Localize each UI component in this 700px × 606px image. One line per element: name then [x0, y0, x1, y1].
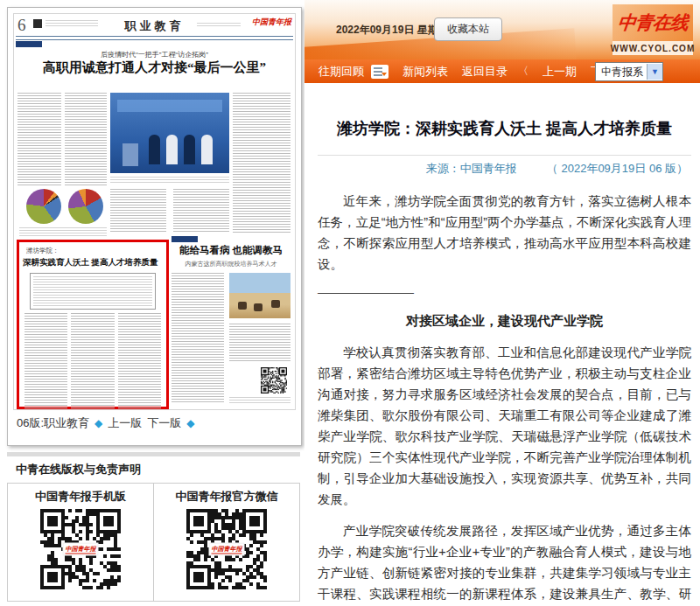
issue-list-icon[interactable] [371, 65, 388, 79]
highlighted-article-label: 潍坊学院： [26, 247, 166, 255]
stage-banner [117, 100, 222, 112]
title-divider [318, 155, 691, 156]
highlighted-article-columns [24, 313, 161, 410]
person-silhouette [184, 135, 195, 164]
intro-box-text [33, 276, 152, 306]
paper-text-column [173, 189, 229, 233]
section-badge [16, 41, 42, 47]
paper-text-column [18, 93, 61, 185]
qr-section: 中国青年报手机版 中国青年报 中国青年报官方微信 中国青年报 [7, 483, 300, 602]
person-silhouette [201, 135, 213, 164]
next-diamond-icon: ◆ [186, 417, 194, 429]
masthead-rule [16, 36, 293, 40]
qr-cell-mobile: 中国青年报手机版 中国青年报 [8, 484, 154, 601]
issue-info-link[interactable]: （ 2022年09月19日 06 版） [547, 161, 688, 177]
newspaper-column: 6 职业教育 中国青年报 后疫情时代“一把手”工程“访企拓岗” 高职用诚意打通人… [0, 0, 304, 606]
pie-chart-left [26, 189, 61, 224]
site-header: 2022年09月19日 星期一 收藏本站 中青在线 WWW.CYOL.COM [304, 0, 700, 59]
paragraph: 近年来，潍坊学院全面贯彻党的教育方针，落实立德树人根本任务，立足“地方性”和“应… [318, 191, 691, 275]
issue-nav-bar: 往期回顾 新闻列表 返回目录 〈 上一期 下一期 〉 中青报系 ▼ [304, 59, 700, 83]
person-silhouette [149, 135, 160, 164]
pie-caption [19, 227, 107, 236]
highlighted-article-title: 深耕实践育人沃土 提高人才培养质量 [23, 257, 163, 268]
stage-photo [110, 93, 229, 173]
paper-headline: 高职用诚意打通人才对接“最后一公里” [14, 59, 295, 76]
section-heading-1: 对接区域企业，建设现代产业学院 [318, 313, 691, 330]
horse-silhouette [254, 303, 262, 311]
stage-podium [122, 143, 138, 166]
prev-page-link[interactable]: 上一版 [108, 415, 142, 431]
horse-silhouette [271, 300, 280, 308]
nav-back-to-catalog[interactable]: 返回目录 [462, 64, 508, 80]
logo-calligraphy: 中青在线 [617, 10, 690, 35]
paragraph: 学校认真贯彻落实教育部、工业和信息化部建设现代产业学院部署，紧密结合潍坊区域主导… [318, 342, 691, 510]
source-line: 来源：中国青年报 （ 2022年09月19日 06 版） [318, 161, 691, 177]
qr-code-wechat: 中国青年报 [186, 509, 267, 589]
header-date: 2022年09月19日 星期一 [336, 23, 449, 38]
nav-news-list[interactable]: 新闻列表 [402, 64, 448, 80]
photo-caption [110, 177, 229, 184]
newspaper-page-card: 6 职业教育 中国青年报 后疫情时代“一把手”工程“访企拓岗” 高职用诚意打通人… [7, 7, 302, 446]
dash-divider: ————————— [318, 285, 691, 299]
paper-text-column [229, 324, 290, 362]
paper-text-column [233, 93, 290, 233]
qr-code-mobile: 中国青年报 [40, 509, 121, 589]
article-title: 潍坊学院：深耕实践育人沃土 提高人才培养质量 [337, 118, 691, 139]
paragraph: 产业学院突破传统发展路径，发挥区域产业优势，通过多主体办学，构建实施“行业+企业… [318, 520, 691, 606]
paper-text-column [65, 93, 107, 185]
newspaper-page-image[interactable]: 6 职业教育 中国青年报 后疫情时代“一把手”工程“访企拓岗” 高职用诚意打通人… [13, 13, 296, 410]
paper-series-value: 中青报系 [596, 65, 647, 80]
paper-masthead-date [197, 23, 241, 26]
next-page-link[interactable]: 下一版 [147, 415, 181, 431]
paper-qr-code [261, 367, 287, 394]
section-badge [172, 236, 198, 242]
qr-center-logo: 中国青年报 [209, 543, 245, 556]
paper-text-column [172, 273, 224, 404]
site-logo[interactable]: 中青在线 WWW.CYOL.COM [612, 4, 693, 55]
horse-article-subtitle: 内蒙古这所高职院校培养马术人才 [170, 260, 292, 268]
page-label: 06版:职业教育 [17, 415, 89, 431]
nav-prev-issue[interactable]: 上一期 [542, 64, 577, 80]
divider-bar [7, 452, 300, 456]
highlighted-article-box[interactable]: 潍坊学院： 深耕实践育人沃土 提高人才培养质量 [17, 240, 169, 409]
paper-text-column [110, 189, 166, 233]
source-link[interactable]: 来源：中国青年报 [426, 161, 517, 177]
content-panel: 2022年09月19日 星期一 收藏本站 中青在线 WWW.CYOL.COM 往… [304, 0, 700, 606]
nav-past-issues[interactable]: 往期回顾 [318, 64, 364, 80]
article-body: 潍坊学院：深耕实践育人沃土 提高人才培养质量 来源：中国青年报 （ 2022年0… [304, 118, 700, 606]
chevron-down-icon: ▼ [647, 64, 662, 80]
pie-chart-right [68, 189, 103, 224]
qr-center-logo: 中国青年报 [63, 543, 99, 556]
paper-text-column [229, 397, 290, 404]
paper-kicker: 后疫情时代“一把手”工程“访企拓岗” [14, 50, 295, 59]
horses-photo [229, 273, 290, 318]
copyright-title[interactable]: 中青在线版权与免责声明 [16, 462, 141, 477]
logo-domain: WWW.CYOL.COM [612, 41, 693, 55]
prev-issue-arrow-icon: 〈 [518, 64, 528, 79]
paper-series-select[interactable]: 中青报系 ▼ [595, 62, 663, 81]
paper-brand-logo: 中国青年报 [252, 17, 291, 28]
horse-article-title: 能给马看病 也能调教马 [170, 244, 292, 257]
prev-diamond-icon: ◆ [94, 417, 102, 429]
page-navigation: 06版:职业教育 ◆ 上一版 下一版 ◆ [17, 415, 195, 431]
favorite-site-button[interactable]: 收藏本站 [434, 17, 502, 41]
person-silhouette [166, 135, 178, 164]
qr-wechat-title: 中国青年报官方微信 [176, 489, 278, 505]
horse-silhouette [238, 302, 247, 310]
qr-cell-wechat: 中国青年报官方微信 中国青年报 [154, 484, 299, 601]
qr-mobile-title: 中国青年报手机版 [35, 489, 126, 505]
